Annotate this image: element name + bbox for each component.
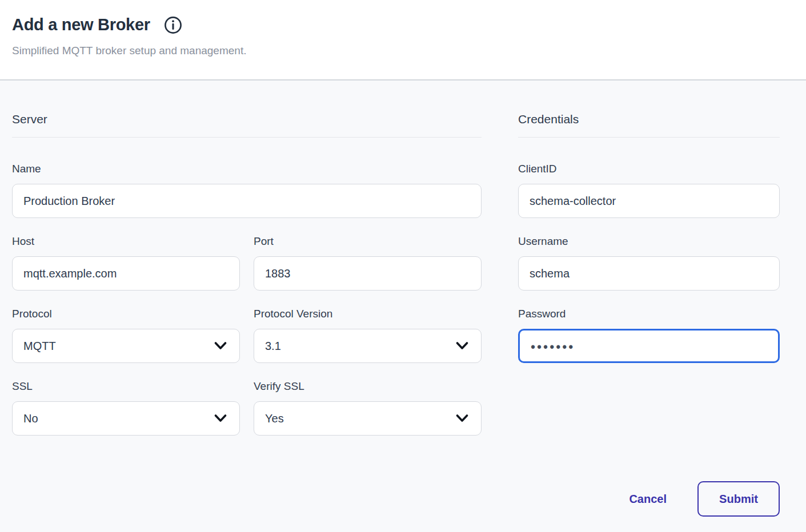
chevron-down-icon bbox=[214, 414, 227, 422]
server-section-divider bbox=[12, 137, 482, 138]
protocol-version-label: Protocol Version bbox=[254, 307, 482, 321]
verify-ssl-label: Verify SSL bbox=[254, 380, 482, 393]
protocol-select[interactable]: MQTT bbox=[12, 329, 240, 363]
name-field: Name bbox=[12, 162, 482, 218]
name-label: Name bbox=[12, 162, 482, 176]
username-field: Username bbox=[518, 235, 780, 291]
password-input[interactable] bbox=[518, 329, 780, 363]
verify-ssl-select[interactable]: Yes bbox=[254, 401, 482, 436]
chevron-down-icon bbox=[456, 342, 468, 350]
page-title: Add a new Broker bbox=[12, 15, 150, 34]
client-id-label: ClientID bbox=[518, 162, 780, 176]
host-input[interactable] bbox=[12, 256, 240, 291]
credentials-section: Credentials ClientID Username Password C… bbox=[518, 111, 780, 517]
client-id-field: ClientID bbox=[518, 162, 780, 218]
verify-ssl-selected-value: Yes bbox=[265, 412, 284, 425]
chevron-down-icon bbox=[214, 342, 227, 350]
name-input[interactable] bbox=[12, 184, 482, 218]
page-subtitle: Simplified MQTT broker setup and managem… bbox=[12, 45, 794, 57]
server-section: Server Name Host Port Protocol bbox=[12, 111, 482, 517]
host-field: Host bbox=[12, 235, 240, 291]
ssl-select[interactable]: No bbox=[12, 401, 240, 436]
port-input[interactable] bbox=[254, 256, 482, 291]
protocol-selected-value: MQTT bbox=[23, 340, 56, 353]
username-label: Username bbox=[518, 235, 780, 248]
ssl-label: SSL bbox=[12, 380, 240, 393]
protocol-version-field: Protocol Version 3.1 bbox=[254, 307, 482, 363]
port-label: Port bbox=[254, 235, 482, 248]
ssl-field: SSL No bbox=[12, 380, 240, 436]
username-input[interactable] bbox=[518, 256, 780, 291]
info-icon[interactable] bbox=[163, 15, 183, 35]
password-field: Password bbox=[518, 307, 780, 363]
ssl-selected-value: No bbox=[23, 412, 38, 425]
client-id-input[interactable] bbox=[518, 184, 780, 218]
host-label: Host bbox=[12, 235, 240, 248]
protocol-field: Protocol MQTT bbox=[12, 307, 240, 363]
credentials-section-divider bbox=[518, 137, 780, 138]
protocol-version-select[interactable]: 3.1 bbox=[254, 329, 482, 363]
page-header: Add a new Broker Simplified MQTT broker … bbox=[0, 0, 806, 80]
chevron-down-icon bbox=[456, 414, 468, 422]
submit-button[interactable]: Submit bbox=[697, 481, 780, 517]
form-actions: Cancel Submit bbox=[518, 481, 780, 517]
protocol-label: Protocol bbox=[12, 307, 240, 321]
credentials-section-heading: Credentials bbox=[518, 111, 780, 127]
password-label: Password bbox=[518, 307, 780, 321]
port-field: Port bbox=[254, 235, 482, 291]
cancel-button[interactable]: Cancel bbox=[629, 493, 667, 506]
server-section-heading: Server bbox=[12, 111, 482, 127]
broker-form: Server Name Host Port Protocol bbox=[0, 80, 806, 517]
protocol-version-selected-value: 3.1 bbox=[265, 340, 281, 353]
verify-ssl-field: Verify SSL Yes bbox=[254, 380, 482, 436]
